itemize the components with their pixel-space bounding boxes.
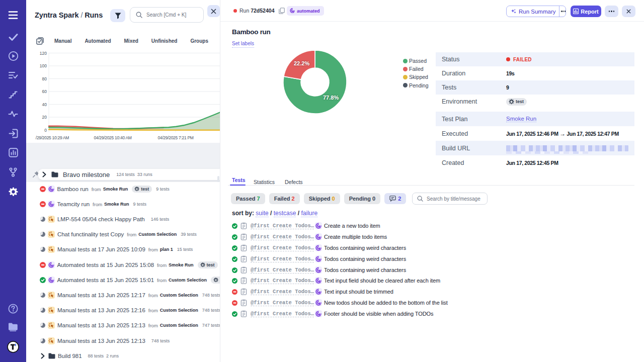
svg-text:0: 0: [44, 128, 47, 133]
svg-text:/29/2025 10:29 AM: /29/2025 10:29 AM: [36, 135, 69, 140]
svg-text:04/29/2025 7:21 PM: 04/29/2025 7:21 PM: [157, 135, 193, 140]
svg-text:22.2%: 22.2%: [294, 60, 309, 66]
svg-text:40: 40: [42, 102, 47, 107]
svg-text:20: 20: [42, 115, 47, 120]
svg-text:60: 60: [42, 89, 47, 94]
svg-text:04/29/2025 10:40 AM: 04/29/2025 10:40 AM: [94, 135, 131, 140]
svg-text:80: 80: [42, 76, 47, 81]
svg-text:120: 120: [40, 51, 47, 56]
svg-text:100: 100: [40, 63, 47, 68]
svg-text:77.8%: 77.8%: [323, 95, 339, 101]
